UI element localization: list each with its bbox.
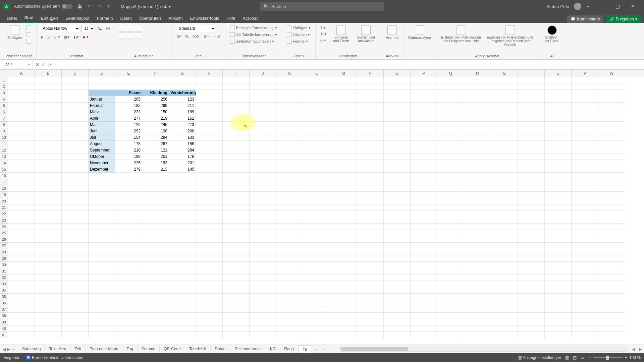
cell-A26[interactable] [8, 236, 35, 243]
align-top-button[interactable] [119, 25, 126, 32]
cell-H3[interactable] [196, 90, 223, 96]
cell-N33[interactable] [357, 281, 384, 287]
cell-P19[interactable] [411, 192, 437, 198]
cell-K20[interactable] [276, 198, 303, 204]
cell-K8[interactable] [276, 122, 303, 128]
cell-F23[interactable] [142, 217, 169, 224]
cell-E23[interactable] [115, 217, 142, 224]
autosum-button[interactable]: Σ ▾ [319, 25, 328, 31]
cell-H37[interactable] [196, 306, 223, 313]
row-header-31[interactable]: 31 [0, 268, 8, 275]
increase-font-button[interactable]: A▴ [96, 26, 103, 32]
cell-G29[interactable] [169, 255, 196, 262]
sheet-tab-sortierung[interactable]: Sortierung [18, 345, 45, 353]
cell-H39[interactable] [196, 319, 223, 325]
cell-Q28[interactable] [437, 249, 464, 255]
cell-E14[interactable]: 225 [115, 160, 142, 166]
cell-T18[interactable] [518, 185, 545, 192]
cell-T24[interactable] [518, 224, 545, 230]
cell-F31[interactable] [142, 268, 169, 275]
cell-R36[interactable] [464, 300, 491, 306]
cell-P5[interactable] [411, 103, 437, 109]
row-header-6[interactable]: 6 [0, 109, 8, 115]
cell-R32[interactable] [464, 275, 491, 281]
cell-R29[interactable] [464, 255, 491, 262]
cell-O41[interactable] [384, 332, 411, 338]
cell-F24[interactable] [142, 224, 169, 230]
cell-M19[interactable] [330, 192, 357, 198]
cell-H23[interactable] [196, 217, 223, 224]
cell-N7[interactable] [357, 115, 384, 122]
cell-C36[interactable] [62, 300, 89, 306]
cell-M10[interactable] [330, 134, 357, 141]
cell-R16[interactable] [464, 173, 491, 179]
cell-K2[interactable] [276, 83, 303, 90]
cell-S39[interactable] [491, 319, 518, 325]
cell-Q2[interactable] [437, 83, 464, 90]
cell-B21[interactable] [35, 204, 62, 211]
cell-I24[interactable] [223, 224, 250, 230]
cell-K32[interactable] [276, 275, 303, 281]
cell-O38[interactable] [384, 313, 411, 319]
cell-J17[interactable] [250, 179, 276, 185]
conditional-formatting-button[interactable]: Bedingte Formatierung ▾ [229, 25, 278, 31]
cancel-icon[interactable]: ✕ [36, 62, 40, 67]
cell-S31[interactable] [491, 268, 518, 275]
cell-J8[interactable] [250, 122, 276, 128]
cell-T23[interactable] [518, 217, 545, 224]
cell-J4[interactable] [250, 96, 276, 103]
cell-D10[interactable]: Juli [89, 134, 115, 141]
row-header-40[interactable]: 40 [0, 325, 8, 332]
cell-O8[interactable] [384, 122, 411, 128]
cell-C9[interactable] [62, 128, 89, 134]
row-header-14[interactable]: 14 [0, 160, 8, 166]
cell-E36[interactable] [115, 300, 142, 306]
cell-W1[interactable] [598, 77, 625, 83]
cell-M3[interactable] [330, 90, 357, 96]
menu-tab-entwicklertools[interactable]: Entwicklertools [187, 14, 223, 23]
cell-K19[interactable] [276, 192, 303, 198]
row-header-5[interactable]: 5 [0, 103, 8, 109]
cell-V30[interactable] [572, 262, 598, 268]
cell-B33[interactable] [35, 281, 62, 287]
cell-G39[interactable] [169, 319, 196, 325]
cell-T35[interactable] [518, 294, 545, 300]
cell-R35[interactable] [464, 294, 491, 300]
cell-D3[interactable] [89, 90, 115, 96]
qat-dropdown-icon[interactable]: ▾ [107, 4, 113, 9]
cell-U25[interactable] [545, 230, 572, 236]
cell-I2[interactable] [223, 83, 250, 90]
row-header-20[interactable]: 20 [0, 198, 8, 204]
cell-T10[interactable] [518, 134, 545, 141]
cell-V9[interactable] [572, 128, 598, 134]
cell-R8[interactable] [464, 122, 491, 128]
new-sheet-button[interactable]: + [319, 346, 329, 352]
cell-U30[interactable] [545, 262, 572, 268]
cell-V39[interactable] [572, 319, 598, 325]
search-box[interactable]: 🔍 Suchen [260, 2, 384, 11]
cell-S33[interactable] [491, 281, 518, 287]
cell-R4[interactable] [464, 96, 491, 103]
cell-K9[interactable] [276, 128, 303, 134]
cell-P3[interactable] [411, 90, 437, 96]
cell-A39[interactable] [8, 319, 35, 325]
cell-H4[interactable] [196, 96, 223, 103]
cell-B26[interactable] [35, 236, 62, 243]
cell-K34[interactable] [276, 287, 303, 294]
cell-A1[interactable] [8, 77, 35, 83]
cell-U28[interactable] [545, 249, 572, 255]
cell-W4[interactable] [598, 96, 625, 103]
format-cells-button[interactable]: Format ▾ [285, 38, 312, 44]
cell-B8[interactable] [35, 122, 62, 128]
col-header-U[interactable]: U [545, 70, 572, 77]
cell-W21[interactable] [598, 204, 625, 211]
cell-B25[interactable] [35, 230, 62, 236]
cell-A8[interactable] [8, 122, 35, 128]
cell-E5[interactable]: 182 [115, 103, 142, 109]
cell-G35[interactable] [169, 294, 196, 300]
cell-O22[interactable] [384, 211, 411, 217]
cell-D19[interactable] [89, 192, 115, 198]
cell-L24[interactable] [303, 224, 330, 230]
cell-J10[interactable] [250, 134, 276, 141]
cell-G33[interactable] [169, 281, 196, 287]
